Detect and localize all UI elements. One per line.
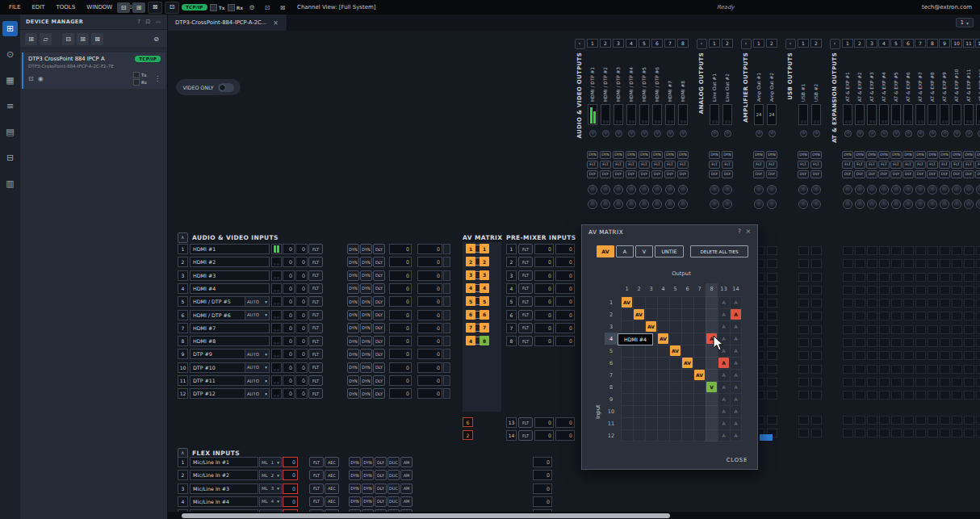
output-mix-knob[interactable] <box>754 185 764 195</box>
flt-button[interactable]: FLT <box>722 161 733 169</box>
input-mix-value[interactable]: 0 <box>389 257 412 267</box>
pre-mixer-value-1[interactable]: 0 <box>534 244 554 254</box>
crosspoint-cell[interactable] <box>767 259 777 268</box>
matrix-row-header[interactable]: 3 <box>605 320 618 333</box>
output-mix-knob[interactable] <box>652 199 662 209</box>
output-mix-knob[interactable] <box>915 199 925 209</box>
input-gain-value[interactable]: 0 <box>283 336 295 346</box>
matrix-tie-a[interactable]: A <box>731 309 741 320</box>
output-gain-knob[interactable] <box>881 130 888 137</box>
output-mix-knob[interactable] <box>652 185 662 195</box>
crosspoint-cell[interactable] <box>903 416 914 425</box>
crosspoint-cell[interactable] <box>903 246 914 255</box>
help-icon[interactable]: ? <box>137 19 140 25</box>
crosspoint-cell[interactable] <box>976 338 980 347</box>
dly-button[interactable]: DLY <box>373 296 385 307</box>
crosspoint-cell[interactable] <box>928 338 938 347</box>
flex-mix-value[interactable]: 0 <box>533 470 552 480</box>
dly-button[interactable]: DLY <box>915 170 926 178</box>
input-number[interactable]: 12 <box>178 388 188 399</box>
aec-button[interactable]: AEC <box>325 470 339 480</box>
input-trim-value[interactable]: 0 <box>295 362 308 373</box>
pre-mixer-number[interactable]: 4 <box>506 283 517 294</box>
dyn-button[interactable]: DYN <box>939 151 950 159</box>
crosspoint-cell[interactable] <box>940 259 950 268</box>
ghost-audio-mark[interactable]: A <box>718 405 730 417</box>
crosspoint-cell[interactable] <box>867 259 877 268</box>
output-channel-number[interactable]: 2 <box>766 39 777 48</box>
output-channel-number[interactable]: 11 <box>963 39 974 48</box>
ghost-audio-mark[interactable]: A <box>718 381 730 393</box>
matrix-column-header[interactable]: 6 <box>681 283 693 295</box>
device-icon[interactable]: ⊡ <box>165 2 179 14</box>
output-channel-number[interactable]: 6 <box>651 39 663 48</box>
crosspoint-cell[interactable] <box>891 286 902 295</box>
crosspoint-cell[interactable] <box>867 273 877 282</box>
add-device-button[interactable]: ⊞ <box>25 33 37 45</box>
crosspoint-cell[interactable] <box>964 312 974 320</box>
output-gain-knob[interactable] <box>953 130 961 137</box>
flt-button[interactable]: FLT <box>308 296 323 307</box>
output-mix-knob[interactable] <box>601 185 610 195</box>
input-mix-value[interactable]: 0 <box>389 310 412 320</box>
crosspoint-cell[interactable] <box>903 273 914 282</box>
crosspoint-cell[interactable] <box>903 286 914 295</box>
crosspoint-cell[interactable] <box>976 312 980 320</box>
dyn-button[interactable]: DYN <box>626 151 637 159</box>
crosspoint-cell[interactable] <box>915 365 926 374</box>
crosspoint-cell[interactable] <box>811 312 822 320</box>
crosspoint-cell[interactable] <box>915 246 926 255</box>
tie-output-number[interactable]: 5 <box>480 296 489 306</box>
value-stepper[interactable] <box>443 375 450 386</box>
crosspoint-cell[interactable] <box>843 429 853 437</box>
crosspoint-cell[interactable] <box>855 273 865 282</box>
dyn-button[interactable]: DYN <box>360 349 372 359</box>
crosspoint-cell[interactable] <box>767 378 777 387</box>
crosspoint-cell[interactable] <box>915 429 926 437</box>
crosspoint-cell[interactable] <box>798 378 809 387</box>
crosspoint-cell[interactable] <box>843 351 853 360</box>
input-mix-value[interactable]: 0 <box>389 323 412 333</box>
input-name-field[interactable]: HDMI / DTP #6AUTO▾ <box>190 310 270 320</box>
input-mix-value[interactable]: 0 <box>389 296 412 307</box>
dyn-button[interactable]: DYN <box>360 388 372 399</box>
dyn-button[interactable]: DYN <box>347 310 359 320</box>
crosspoint-cell[interactable] <box>940 299 950 308</box>
crosspoint-cell[interactable] <box>952 286 962 295</box>
crosspoint-cell[interactable] <box>879 246 890 255</box>
output-channel-number[interactable]: 10 <box>951 39 962 48</box>
dyn-button[interactable]: DYN <box>600 151 611 159</box>
output-mix-knob[interactable] <box>626 185 636 195</box>
crosspoint-cell[interactable] <box>798 325 809 334</box>
output-mix-knob[interactable] <box>964 199 974 209</box>
crosspoint-cell[interactable] <box>928 429 938 437</box>
page-selector[interactable]: 1 ▾ <box>956 18 974 27</box>
crosspoint-cell[interactable] <box>915 416 926 425</box>
dly-button[interactable]: DLY <box>798 170 809 178</box>
dyn-button[interactable]: DYN <box>842 151 853 159</box>
output-gain-knob[interactable] <box>978 130 980 137</box>
output-mix-knob[interactable] <box>952 199 961 209</box>
dyn-button[interactable]: DYN <box>347 257 359 267</box>
crosspoint-cell[interactable] <box>891 378 902 387</box>
dyn-button[interactable]: DYN <box>664 151 676 159</box>
dly-button[interactable]: DLY <box>613 170 624 178</box>
ghost-audio-mark[interactable]: A <box>718 369 730 381</box>
matrix-tie-av[interactable]: AV <box>682 358 693 368</box>
crosspoint-cell[interactable] <box>928 351 938 360</box>
input-number[interactable]: 5 <box>178 296 188 307</box>
crosspoint-cell[interactable] <box>798 312 809 320</box>
output-gain-knob[interactable] <box>856 130 864 137</box>
crosspoint-cell[interactable] <box>811 378 822 387</box>
crosspoint-cell[interactable] <box>879 273 890 282</box>
crosspoint-cell[interactable] <box>811 351 822 360</box>
output-channel-number[interactable]: 5 <box>639 39 650 48</box>
crosspoint-cell[interactable] <box>952 391 962 400</box>
input-name-field[interactable]: HDMI #4 <box>190 283 270 294</box>
dyn-button[interactable]: DYN <box>349 483 361 494</box>
crosspoint-cell[interactable] <box>964 391 974 400</box>
collapse-chevron-icon[interactable]: ‹ <box>785 39 796 49</box>
pre-mixer-value-2[interactable]: 0 <box>555 296 575 307</box>
crosspoint-cell[interactable] <box>976 391 980 400</box>
sidebar-item-mixer-view-icon[interactable]: ≡ <box>2 98 18 114</box>
